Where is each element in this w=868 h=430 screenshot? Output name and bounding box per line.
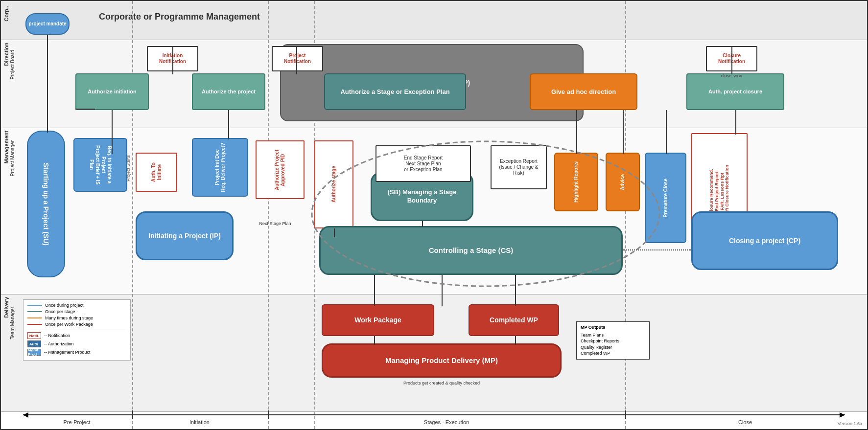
mp-box: Managing Product Delivery (MP) bbox=[322, 343, 562, 378]
tick-1 bbox=[132, 410, 133, 419]
cp-box: Closing a project (CP) bbox=[691, 211, 838, 270]
tick-3 bbox=[625, 410, 626, 419]
work-package-label: Work Package bbox=[354, 316, 401, 324]
legend-many-times: Many times during stage bbox=[27, 316, 126, 320]
direction-sublabel: Project Board bbox=[10, 50, 15, 80]
cp-label: Closing a project (CP) bbox=[729, 236, 800, 245]
sep-2 bbox=[268, 1, 269, 429]
project-notification-box: Project Notification bbox=[272, 46, 323, 71]
legend-once-stage-label: Once per stage bbox=[45, 309, 75, 314]
legend-authorization: Auth. -- Authorization bbox=[27, 340, 126, 347]
authorize-stage-label: Authorize a Stage or Exception Plan bbox=[340, 88, 449, 96]
legend-line-teal bbox=[27, 311, 42, 312]
mp-outputs-item3: Quality Register bbox=[581, 344, 645, 351]
ip-box: Initiating a Project (IP) bbox=[136, 211, 234, 260]
next-stage-plan-label: Next Stage Plan bbox=[256, 221, 295, 226]
legend-notification-label: Notification bbox=[48, 333, 70, 338]
authorize-project-label: Authorize the project bbox=[202, 89, 256, 95]
legend-once-wp: Once per Work Package bbox=[27, 322, 126, 327]
arrow-closure-notif bbox=[731, 46, 732, 74]
ip-label: Initiating a Project (IP) bbox=[148, 231, 221, 240]
mp-outputs-item1: Team Plans bbox=[581, 332, 645, 339]
phase-initiation: Initiation bbox=[132, 419, 267, 425]
legend-once-project-label: Once during project bbox=[45, 303, 84, 308]
arrow-mandate-down bbox=[47, 35, 48, 133]
su-box: Starting up a Project (SU) bbox=[27, 131, 65, 277]
authorize-initiation-box: Authorize initiation bbox=[75, 73, 149, 110]
legend-line-red bbox=[27, 324, 42, 325]
mp-outputs-title: MP Outputs bbox=[581, 324, 645, 331]
legend-once-wp-label: Once per Work Package bbox=[45, 322, 93, 327]
delivery-label: Delivery bbox=[3, 297, 9, 318]
svg-point-0 bbox=[312, 141, 659, 286]
version-text: Version 1.6a bbox=[838, 421, 862, 426]
project-init-doc-label: Project Init Doc Req. Deliver Project? bbox=[214, 143, 226, 192]
arrow-su-auth bbox=[75, 109, 95, 110]
auth-closure-box: Auth. project closure bbox=[686, 73, 784, 110]
arrow-right: ▶ bbox=[840, 410, 845, 418]
arrow-auth-init-down bbox=[112, 110, 113, 154]
legend-once-project: Once during project bbox=[27, 303, 126, 308]
legend-line-orange bbox=[27, 317, 42, 318]
delivery-sublabel: Team Manager bbox=[10, 307, 15, 339]
authorize-stage-box: Authorize a Stage or Exception Plan bbox=[324, 73, 466, 110]
arrow-left: ◀ bbox=[23, 410, 28, 418]
su-label: Starting up a Project (SU) bbox=[42, 162, 50, 246]
arrow-cwp-mp bbox=[515, 336, 516, 345]
phase-pre-project: Pre-Project bbox=[23, 419, 131, 425]
arrow-init-notif bbox=[172, 46, 173, 74]
project-starts-label: Project Starts bbox=[126, 155, 155, 181]
give-adhoc-box: Give ad hoc direction bbox=[530, 73, 637, 110]
mgmt-prod-swatch: Mgmt Prod bbox=[27, 349, 41, 356]
sep-1 bbox=[132, 1, 133, 429]
arrow-auth-closure-down bbox=[735, 110, 736, 135]
main-container: Corp.. Direction Project Board Managemen… bbox=[0, 0, 868, 430]
management-sublabel: Project Manager bbox=[10, 140, 15, 176]
legend-line-blue bbox=[27, 305, 42, 306]
project-init-doc-box: Project Init Doc Req. Deliver Project? bbox=[192, 138, 248, 197]
legend-notification: Notif. -- Notification bbox=[27, 332, 126, 339]
mp-outputs-item2: Checkpoint Reports bbox=[581, 338, 645, 344]
mp-outputs-item4: Completed WP bbox=[581, 350, 645, 357]
phase-stages-execution: Stages - Execution bbox=[268, 419, 625, 425]
legend-authorization-label: Authorization bbox=[48, 341, 74, 346]
arrow-premature-close bbox=[666, 110, 667, 154]
authorize-project-box: Authorize the project bbox=[192, 73, 265, 110]
work-package-box: Work Package bbox=[322, 304, 434, 336]
dashed-boundary-svg bbox=[309, 138, 662, 290]
direction-label: Direction bbox=[3, 43, 9, 66]
legend-once-stage: Once per stage bbox=[27, 309, 126, 314]
arrow-wp-mp bbox=[374, 336, 375, 345]
notification-swatch: Notif. bbox=[27, 332, 41, 339]
project-notification-label: Project Notification bbox=[284, 53, 311, 65]
management-label: Management bbox=[3, 131, 9, 163]
give-adhoc-label: Give ad hoc direction bbox=[551, 88, 616, 96]
bottom-arrow-line bbox=[23, 414, 845, 415]
completed-wp-label: Completed WP bbox=[490, 316, 538, 324]
corporate-heading: Corporate or Programme Management bbox=[99, 12, 260, 22]
authorization-swatch: Auth. bbox=[27, 340, 41, 347]
req-initiate-box: Req. to Initiate a Project Project Brief… bbox=[73, 138, 127, 192]
legend-many-times-label: Many times during stage bbox=[45, 316, 93, 320]
auth-project-approved-label: Authorize Project Approved PID bbox=[274, 150, 286, 190]
corp-label: Corp.. bbox=[3, 6, 9, 22]
arrow-auth-proj-down bbox=[228, 110, 229, 139]
mp-label: Managing Product Delivery (MP) bbox=[385, 356, 498, 365]
mp-outputs-box: MP Outputs Team Plans Checkpoint Reports… bbox=[576, 321, 650, 360]
legend-box: Once during project Once per stage Many … bbox=[23, 299, 131, 361]
auth-closure-label: Auth. project closure bbox=[708, 89, 762, 95]
auth-project-approved-box: Authorize Project Approved PID bbox=[256, 140, 305, 199]
mp-subtitle: Products get created & quality checked bbox=[322, 381, 562, 385]
premature-close-label: Premature Close bbox=[663, 179, 669, 217]
tick-2 bbox=[268, 410, 269, 419]
project-mandate-box: project mandate bbox=[25, 13, 70, 35]
legend-mgmt-prod-label: Management Product bbox=[48, 350, 91, 355]
phase-close: Close bbox=[625, 419, 865, 425]
completed-wp-box: Completed WP bbox=[469, 304, 559, 336]
arrow-proj-notif bbox=[296, 46, 297, 74]
req-initiate-label: Req. to Initiate a Project Project Brief… bbox=[89, 141, 112, 189]
closure-recommend-label: Closure Recommend. End Project Report FA… bbox=[709, 165, 730, 218]
legend-mgmt-prod: Mgmt Prod -- Management Product bbox=[27, 349, 126, 356]
authorize-initiation-label: Authorize initiation bbox=[88, 89, 137, 95]
